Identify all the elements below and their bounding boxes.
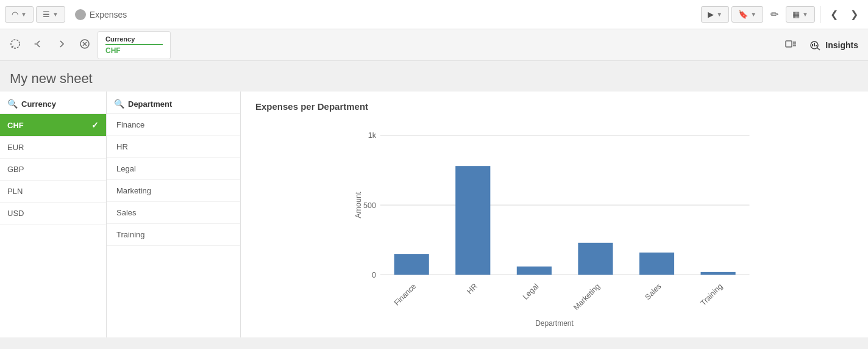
dept-label-training: Training: [116, 230, 144, 239]
currency-label-chf: CHF: [7, 121, 24, 130]
nav-caret: ▼: [21, 11, 27, 18]
chart-icon: ▦: [792, 10, 800, 19]
currency-list: CHF ✓ EUR GBP PLN USD: [0, 114, 106, 225]
dept-item-hr[interactable]: HR: [107, 136, 240, 158]
chart-area: Expenses per Department 1k 500 0 Amount: [241, 92, 868, 337]
forward-selection-button[interactable]: [51, 35, 72, 55]
currency-label-eur: EUR: [7, 143, 24, 152]
currency-label-usd: USD: [7, 209, 24, 218]
toolbar-divider: [820, 6, 820, 23]
dept-item-sales[interactable]: Sales: [107, 202, 240, 224]
svg-rect-13: [814, 43, 815, 46]
forward-icon: [56, 38, 67, 49]
dept-label-sales: Sales: [116, 208, 137, 217]
chevron-right-icon: ❯: [850, 9, 858, 20]
chart-button[interactable]: ▦ ▼: [786, 6, 815, 23]
chart-container: 1k 500 0 Amount Finan: [255, 121, 853, 317]
currency-item-eur[interactable]: EUR: [0, 137, 106, 159]
play-icon: ▶: [708, 10, 714, 19]
svg-rect-12: [812, 44, 813, 46]
bar-hr[interactable]: [455, 166, 490, 275]
currency-panel-title: Currency: [21, 99, 56, 109]
chart-x-axis-label: Department: [255, 319, 853, 328]
bar-chart: 1k 500 0 Amount Finan: [255, 121, 853, 317]
check-icon-chf: ✓: [91, 120, 99, 130]
y-label-500: 500: [363, 201, 376, 210]
chart-caret: ▼: [802, 11, 808, 18]
sheet-title: My new sheet: [10, 71, 858, 87]
dept-item-marketing[interactable]: Marketing: [107, 180, 240, 202]
toolbar: ◠ ▼ ☰ ▼ Expenses ▶ ▼ 🔖 ▼ ✏ ▦ ▼ ❮: [0, 0, 868, 29]
app-circle-icon: [75, 9, 86, 20]
chevron-left-icon: ❮: [830, 9, 838, 20]
play-caret: ▼: [716, 11, 722, 18]
next-button[interactable]: ❯: [845, 5, 863, 24]
dept-label-legal: Legal: [116, 164, 136, 173]
x-label-finance: Finance: [393, 282, 418, 308]
clear-selection-button[interactable]: [74, 35, 95, 55]
compass-icon: ◠: [12, 10, 18, 19]
back-selection-button[interactable]: [28, 35, 49, 55]
department-list: Finance HR Legal Marketing Sales Trainin…: [107, 114, 240, 246]
bar-sales[interactable]: [639, 253, 674, 275]
currency-panel-header: 🔍 Currency: [0, 92, 106, 114]
dept-label-hr: HR: [116, 142, 128, 151]
prev-button[interactable]: ❮: [825, 5, 843, 24]
department-search-icon: 🔍: [114, 99, 124, 109]
bar-training[interactable]: [701, 272, 736, 275]
svg-rect-6: [786, 41, 792, 47]
main-content: 🔍 Currency CHF ✓ EUR GBP PLN USD 🔍: [0, 92, 868, 337]
filter-chip-label: Currency: [105, 35, 163, 43]
insights-button[interactable]: Insights: [805, 36, 863, 54]
filter-chip-value: CHF: [105, 44, 163, 55]
filter-bar-right: Insights: [780, 35, 863, 55]
smart-search-button[interactable]: [780, 35, 802, 55]
app-nav-button[interactable]: ◠ ▼: [5, 6, 34, 23]
bookmark-button[interactable]: 🔖 ▼: [731, 6, 763, 23]
x-label-hr: HR: [465, 282, 479, 296]
x-label-legal: Legal: [521, 282, 541, 301]
y-label-1k: 1k: [368, 131, 377, 140]
smart-search-icon: [785, 38, 797, 49]
x-label-sales: Sales: [644, 282, 663, 301]
chart-title: Expenses per Department: [255, 101, 853, 112]
currency-label-pln: PLN: [7, 187, 23, 196]
currency-item-pln[interactable]: PLN: [0, 181, 106, 203]
dept-item-legal[interactable]: Legal: [107, 158, 240, 180]
currency-search-icon: 🔍: [7, 99, 18, 109]
x-label-marketing: Marketing: [572, 282, 602, 312]
svg-line-11: [817, 48, 820, 50]
dept-item-finance[interactable]: Finance: [107, 114, 240, 136]
clear-icon: [79, 38, 90, 49]
department-panel-title: Department: [128, 99, 172, 109]
sheet-title-bar: My new sheet: [0, 61, 868, 92]
dept-item-training[interactable]: Training: [107, 224, 240, 246]
toolbar-left: ◠ ▼ ☰ ▼ Expenses: [5, 6, 701, 23]
bar-marketing[interactable]: [578, 243, 613, 275]
svg-rect-14: [816, 45, 817, 46]
x-label-training: Training: [699, 282, 725, 308]
currency-filter-chip[interactable]: Currency CHF: [98, 31, 171, 59]
bar-legal[interactable]: [517, 267, 552, 275]
bookmark-icon: 🔖: [738, 10, 748, 19]
play-button[interactable]: ▶ ▼: [701, 6, 729, 23]
dept-label-marketing: Marketing: [116, 186, 151, 195]
edit-button[interactable]: ✏: [766, 5, 783, 24]
currency-item-gbp[interactable]: GBP: [0, 159, 106, 181]
app-title: Expenses: [90, 10, 127, 20]
bar-finance[interactable]: [394, 254, 429, 275]
bookmark-caret: ▼: [750, 11, 756, 18]
menu-icon: ☰: [43, 10, 50, 19]
currency-panel: 🔍 Currency CHF ✓ EUR GBP PLN USD: [0, 92, 107, 337]
menu-button[interactable]: ☰ ▼: [36, 6, 65, 23]
insights-icon: [809, 40, 822, 51]
filter-bar-left: Currency CHF: [5, 31, 775, 59]
department-panel-header: 🔍 Department: [107, 92, 240, 114]
y-label-0: 0: [372, 271, 376, 279]
insights-label: Insights: [825, 40, 858, 50]
lasso-icon: [10, 38, 21, 49]
y-axis-label: Amount: [354, 192, 363, 218]
currency-item-chf[interactable]: CHF ✓: [0, 114, 106, 137]
currency-item-usd[interactable]: USD: [0, 203, 106, 225]
lasso-button[interactable]: [5, 35, 26, 55]
